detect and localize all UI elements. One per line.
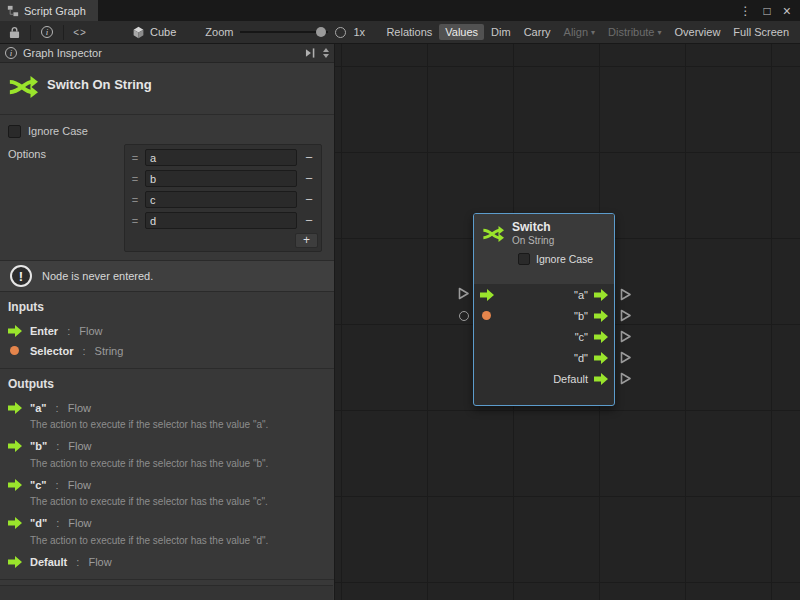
drag-handle-icon[interactable]: = <box>129 215 141 227</box>
window-tab-bar: Script Graph ⋮ □ × <box>0 0 800 21</box>
port-label: "b" <box>574 310 588 322</box>
enter-port-connector-icon[interactable] <box>457 287 470 300</box>
output-b-connector-icon[interactable] <box>619 309 632 322</box>
output-port-row: "a" : Flow <box>8 399 326 416</box>
node-ignore-case-checkbox[interactable] <box>518 253 530 265</box>
node-port-row: "d" <box>474 347 614 368</box>
remove-option-button[interactable]: − <box>301 192 317 207</box>
port-label: "c" <box>575 331 588 343</box>
flow-arrow-icon <box>8 556 24 568</box>
full-screen-button[interactable]: Full Screen <box>727 24 795 40</box>
port-description: The action to execute if the selector ha… <box>30 419 326 432</box>
node-port-row: "c" <box>474 326 614 347</box>
enter-flow-arrow-icon[interactable] <box>480 289 496 301</box>
flow-arrow-icon[interactable] <box>594 310 608 322</box>
option-input[interactable] <box>145 149 297 166</box>
port-description: The action to execute if the selector ha… <box>30 496 326 509</box>
panel-scroll-spinner[interactable] <box>323 48 329 58</box>
inputs-section: Inputs Enter : Flow Selector : String <box>0 292 334 369</box>
graph-canvas[interactable]: Switch On String Ignore Case "a" <box>335 44 800 600</box>
toolbar-divider <box>63 25 64 40</box>
values-button[interactable]: Values <box>439 24 484 40</box>
flow-arrow-icon <box>8 325 24 337</box>
output-port-row: "b" : Flow <box>8 438 326 455</box>
zoom-reset-icon[interactable] <box>335 27 346 38</box>
code-preview-icon[interactable]: <> <box>71 23 89 41</box>
node-port-row: "b" <box>474 305 614 326</box>
drag-handle-icon[interactable]: = <box>129 152 141 164</box>
graph-toolbar: i <> Cube Zoom 1x Relations Values Dim C… <box>0 21 800 44</box>
chevron-up-icon <box>323 48 329 52</box>
zoom-slider-thumb[interactable] <box>316 27 326 37</box>
flow-arrow-icon[interactable] <box>594 373 608 385</box>
zoom-label: Zoom <box>205 26 233 38</box>
options-label: Options <box>8 144 124 252</box>
option-row: = − <box>127 210 319 231</box>
output-a-connector-icon[interactable] <box>619 288 632 301</box>
overview-button[interactable]: Overview <box>669 24 727 40</box>
context-label: Cube <box>150 26 176 38</box>
graph-context-button[interactable]: Cube <box>132 26 176 39</box>
port-description: The action to execute if the selector ha… <box>30 458 326 471</box>
close-button[interactable]: × <box>783 3 791 19</box>
node-subtitle: On String <box>512 235 554 247</box>
add-option-button[interactable]: + <box>295 233 318 248</box>
align-dropdown[interactable]: Align▾ <box>558 24 601 40</box>
info-toggle-button[interactable]: i <box>38 23 56 41</box>
option-input[interactable] <box>145 212 297 229</box>
flow-arrow-icon[interactable] <box>594 331 608 343</box>
distribute-dropdown[interactable]: Distribute▾ <box>602 24 667 40</box>
tab-script-graph[interactable]: Script Graph <box>0 0 98 21</box>
remove-option-button[interactable]: − <box>301 171 317 186</box>
unit-settings: Ignore Case Options = − = − = − <box>0 115 334 260</box>
output-port-row: "c" : Flow <box>8 476 326 493</box>
carry-button[interactable]: Carry <box>518 24 557 40</box>
dim-button[interactable]: Dim <box>485 24 517 40</box>
drag-handle-icon[interactable]: = <box>129 173 141 185</box>
output-c-connector-icon[interactable] <box>619 330 632 343</box>
node-header[interactable]: Switch On String Ignore Case <box>474 214 614 284</box>
selector-port-connector-icon[interactable] <box>459 311 469 321</box>
value-dot-icon <box>8 346 24 355</box>
window-menu-button[interactable]: ⋮ <box>740 4 752 18</box>
input-port-row: Selector : String <box>8 342 326 359</box>
drag-handle-icon[interactable]: = <box>129 194 141 206</box>
cube-icon <box>132 26 145 39</box>
dock-panel-icon[interactable] <box>305 48 316 58</box>
outputs-heading: Outputs <box>8 377 326 391</box>
option-input[interactable] <box>145 191 297 208</box>
output-default-connector-icon[interactable] <box>619 372 632 385</box>
flow-arrow-icon <box>8 479 24 491</box>
remove-option-button[interactable]: − <box>301 150 317 165</box>
flow-arrow-icon <box>8 402 24 414</box>
inspector-footer-bar <box>0 585 333 600</box>
relations-button[interactable]: Relations <box>380 24 438 40</box>
info-icon: i <box>5 47 17 59</box>
tab-label: Script Graph <box>24 5 86 17</box>
selector-value-dot-icon[interactable] <box>480 311 496 320</box>
flow-arrow-icon[interactable] <box>594 352 608 364</box>
info-icon: i <box>41 26 53 38</box>
zoom-slider[interactable] <box>240 25 328 39</box>
ignore-case-checkbox[interactable] <box>8 125 21 138</box>
chevron-down-icon: ▾ <box>658 28 662 37</box>
node-port-row: Default <box>474 368 614 389</box>
option-input[interactable] <box>145 170 297 187</box>
zoom-slider-track <box>240 31 328 33</box>
ignore-case-label: Ignore Case <box>28 125 88 137</box>
switch-unit-icon <box>8 72 38 102</box>
node-port-row: "a" <box>474 284 614 305</box>
output-d-connector-icon[interactable] <box>619 351 632 364</box>
warning-banner: ! Node is never entered. <box>0 260 334 292</box>
options-list: = − = − = − = − <box>124 144 322 252</box>
unit-title: Switch On String <box>47 77 152 92</box>
maximize-button[interactable]: □ <box>764 4 771 18</box>
lock-icon[interactable] <box>5 23 23 41</box>
unit-title-block: Switch On String <box>0 63 334 115</box>
chevron-down-icon <box>323 54 329 58</box>
flow-arrow-icon[interactable] <box>594 289 608 301</box>
option-row: = − <box>127 189 319 210</box>
switch-on-string-node[interactable]: Switch On String Ignore Case "a" <box>473 213 615 406</box>
remove-option-button[interactable]: − <box>301 213 317 228</box>
inputs-heading: Inputs <box>8 300 326 314</box>
